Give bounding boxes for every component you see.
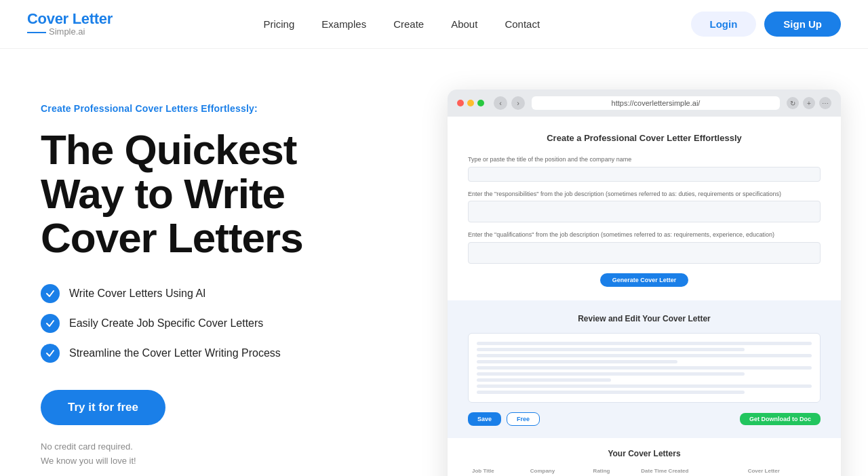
nav-links: Pricing Examples Create About Contact: [263, 18, 540, 31]
check-icon-1: [41, 284, 60, 303]
form-group-1: Type or paste the title of the position …: [468, 155, 821, 182]
logo-line: [27, 32, 46, 33]
signup-button[interactable]: Sign Up: [764, 12, 841, 37]
form-section-title: Create a Professional Cover Letter Effor…: [468, 133, 821, 143]
col-rating: Rating: [589, 465, 637, 476]
form-group-2: Enter the "responsibilities" from the jo…: [468, 190, 821, 223]
form-label-3: Enter the "qualifications" from the job …: [468, 231, 821, 239]
try-free-button[interactable]: Try it for free: [41, 390, 165, 425]
browser-back-btn: ‹: [494, 96, 507, 110]
nav-item-create[interactable]: Create: [393, 18, 424, 31]
review-actions: Save Free Get Download to Doc: [468, 412, 821, 426]
browser-nav-buttons: ‹ ›: [494, 96, 525, 110]
form-group-3: Enter the "qualifications" from the job …: [468, 231, 821, 264]
hero-title: The Quickest Way to Write Cover Letters: [41, 127, 407, 260]
col-company: Company: [526, 465, 589, 476]
browser-more-btn: ⋯: [819, 97, 831, 109]
features-list: Write Cover Letters Using AI Easily Crea…: [41, 284, 407, 363]
review-section-title: Review and Edit Your Cover Letter: [468, 314, 821, 323]
col-date: Date Time Created: [637, 465, 743, 476]
nav-item-about[interactable]: About: [451, 18, 477, 31]
feature-item-2: Easily Create Job Specific Cover Letters: [41, 314, 407, 333]
nav-item-contact[interactable]: Contact: [505, 18, 540, 31]
text-line: [477, 391, 745, 394]
review-text-lines: [477, 342, 812, 394]
form-label-1: Type or paste the title of the position …: [468, 155, 821, 164]
browser-refresh-btn: ↻: [787, 97, 799, 109]
text-line: [477, 354, 812, 357]
free-button[interactable]: Free: [507, 412, 540, 426]
nav-item-examples[interactable]: Examples: [321, 18, 366, 31]
check-icon-2: [41, 314, 60, 333]
col-job-title: Job Title: [468, 465, 526, 476]
table-section-title: Your Cover Letters: [468, 449, 821, 458]
dot-red: [457, 100, 464, 106]
form-section: Create a Professional Cover Letter Effor…: [448, 117, 841, 300]
text-line: [477, 366, 812, 370]
save-button[interactable]: Save: [468, 412, 501, 426]
hero-subtitle: Create Professional Cover Letters Effort…: [41, 103, 407, 114]
feature-item-3: Streamline the Cover Letter Writing Proc…: [41, 344, 407, 363]
dot-yellow: [467, 100, 474, 106]
form-input-3: [468, 242, 821, 264]
browser-forward-btn: ›: [511, 96, 525, 110]
form-input-2: [468, 201, 821, 222]
logo[interactable]: Cover Letter Simple.ai: [27, 11, 113, 37]
address-bar: https://coverlettersimple.ai/: [532, 96, 780, 110]
text-line: [477, 342, 812, 345]
text-line: [477, 378, 611, 382]
nav-actions: Login Sign Up: [691, 12, 842, 37]
table-section: Your Cover Letters Job Title Company Rat…: [448, 438, 841, 476]
hero-section: Create Professional Cover Letters Effort…: [0, 49, 868, 476]
form-input-1: [468, 167, 821, 182]
browser-dots: [457, 100, 484, 106]
feature-item-1: Write Cover Letters Using AI: [41, 284, 407, 303]
form-label-2: Enter the "responsibilities" from the jo…: [468, 190, 821, 199]
no-credit-text: No credit card required. We know you wil…: [41, 440, 407, 469]
logo-bottom: Simple.ai: [27, 27, 113, 37]
col-cover-letter: Cover Letter: [744, 465, 821, 476]
text-line: [477, 372, 745, 376]
logo-top: Cover Letter: [27, 11, 113, 27]
login-button[interactable]: Login: [691, 12, 757, 37]
hero-right: ‹ › https://coverlettersimple.ai/ ↻ + ⋯ …: [448, 90, 841, 476]
browser-mockup: ‹ › https://coverlettersimple.ai/ ↻ + ⋯ …: [448, 90, 841, 476]
cover-letters-table: Job Title Company Rating Date Time Creat…: [468, 465, 821, 476]
navbar: Cover Letter Simple.ai Pricing Examples …: [0, 0, 868, 49]
browser-content: Create a Professional Cover Letter Effor…: [448, 117, 841, 476]
review-left-buttons: Save Free: [468, 412, 540, 426]
text-line: [477, 348, 745, 351]
review-editor: [468, 333, 821, 403]
dot-green: [477, 100, 484, 106]
review-section: Review and Edit Your Cover Letter: [448, 300, 841, 438]
browser-chrome: ‹ › https://coverlettersimple.ai/ ↻ + ⋯: [448, 90, 841, 117]
generate-btn-wrap: Generate Cover Letter: [468, 273, 821, 287]
text-line: [477, 384, 812, 388]
check-icon-3: [41, 344, 60, 363]
generate-button[interactable]: Generate Cover Letter: [600, 273, 689, 287]
browser-menu-btn: +: [803, 97, 815, 109]
table-header-row: Job Title Company Rating Date Time Creat…: [468, 465, 821, 476]
hero-left: Create Professional Cover Letters Effort…: [41, 90, 407, 469]
text-line: [477, 360, 677, 363]
nav-item-pricing[interactable]: Pricing: [263, 18, 294, 31]
download-button[interactable]: Get Download to Doc: [740, 413, 821, 425]
browser-action-buttons: ↻ + ⋯: [787, 97, 831, 109]
